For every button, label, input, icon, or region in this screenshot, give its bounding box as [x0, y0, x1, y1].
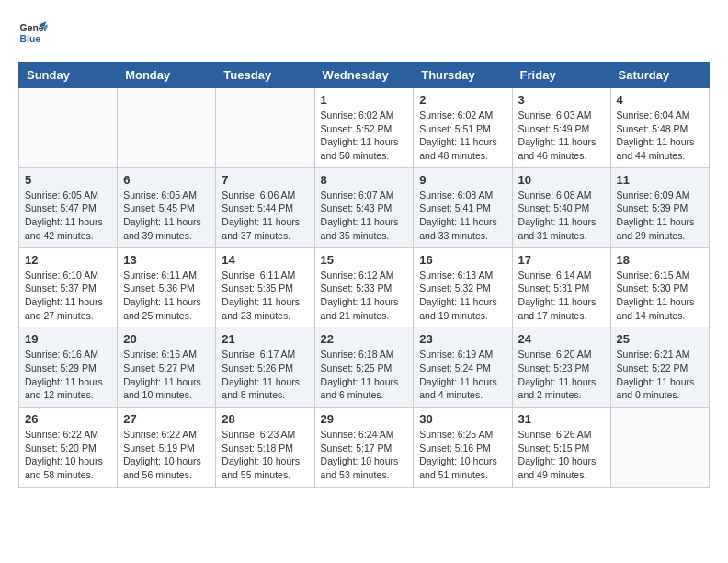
- day-number: 12: [25, 253, 111, 267]
- day-number: 16: [419, 253, 506, 267]
- day-number: 13: [123, 253, 210, 267]
- day-info: Sunrise: 6:11 AM Sunset: 5:36 PM Dayligh…: [123, 269, 210, 323]
- day-number: 24: [518, 332, 605, 346]
- day-number: 6: [123, 173, 210, 187]
- calendar-cell: 15Sunrise: 6:12 AM Sunset: 5:33 PM Dayli…: [314, 247, 414, 327]
- day-number: 27: [123, 412, 210, 426]
- calendar-week-4: 19Sunrise: 6:16 AM Sunset: 5:29 PM Dayli…: [19, 327, 710, 408]
- calendar-cell: 24Sunrise: 6:20 AM Sunset: 5:23 PM Dayli…: [512, 327, 610, 408]
- calendar-cell: 27Sunrise: 6:22 AM Sunset: 5:19 PM Dayli…: [118, 408, 216, 488]
- calendar-cell: 18Sunrise: 6:15 AM Sunset: 5:30 PM Dayli…: [610, 247, 709, 327]
- day-number: 17: [518, 253, 605, 267]
- day-info: Sunrise: 6:16 AM Sunset: 5:27 PM Dayligh…: [123, 348, 210, 402]
- day-number: 18: [617, 253, 703, 267]
- calendar-week-5: 26Sunrise: 6:22 AM Sunset: 5:20 PM Dayli…: [19, 408, 710, 488]
- day-number: 7: [222, 173, 308, 187]
- calendar-cell: 30Sunrise: 6:25 AM Sunset: 5:16 PM Dayli…: [414, 408, 512, 488]
- calendar-cell: 19Sunrise: 6:16 AM Sunset: 5:29 PM Dayli…: [19, 327, 118, 408]
- day-number: 15: [321, 253, 408, 267]
- day-number: 29: [321, 412, 408, 426]
- day-info: Sunrise: 6:06 AM Sunset: 5:44 PM Dayligh…: [222, 189, 308, 243]
- day-info: Sunrise: 6:25 AM Sunset: 5:16 PM Dayligh…: [419, 428, 506, 482]
- calendar-cell: 1Sunrise: 6:02 AM Sunset: 5:52 PM Daylig…: [314, 88, 414, 168]
- weekday-header-wednesday: Wednesday: [314, 63, 414, 88]
- day-number: 26: [25, 412, 111, 426]
- day-info: Sunrise: 6:05 AM Sunset: 5:47 PM Dayligh…: [25, 189, 111, 243]
- svg-text:Blue: Blue: [20, 34, 41, 44]
- calendar-cell: [19, 88, 118, 168]
- calendar-cell: 2Sunrise: 6:02 AM Sunset: 5:51 PM Daylig…: [414, 88, 512, 168]
- day-info: Sunrise: 6:20 AM Sunset: 5:23 PM Dayligh…: [518, 348, 605, 402]
- logo: General Blue: [18, 18, 48, 48]
- day-number: 30: [419, 412, 506, 426]
- calendar-cell: 22Sunrise: 6:18 AM Sunset: 5:25 PM Dayli…: [314, 327, 414, 408]
- calendar-cell: 10Sunrise: 6:08 AM Sunset: 5:40 PM Dayli…: [512, 167, 610, 247]
- calendar-cell: 31Sunrise: 6:26 AM Sunset: 5:15 PM Dayli…: [512, 408, 610, 488]
- day-number: 2: [419, 93, 506, 107]
- calendar-cell: 16Sunrise: 6:13 AM Sunset: 5:32 PM Dayli…: [414, 247, 512, 327]
- day-info: Sunrise: 6:02 AM Sunset: 5:51 PM Dayligh…: [419, 109, 506, 163]
- day-info: Sunrise: 6:22 AM Sunset: 5:20 PM Dayligh…: [25, 428, 111, 482]
- calendar-cell: 23Sunrise: 6:19 AM Sunset: 5:24 PM Dayli…: [414, 327, 512, 408]
- calendar-cell: 17Sunrise: 6:14 AM Sunset: 5:31 PM Dayli…: [512, 247, 610, 327]
- day-number: 31: [518, 412, 605, 426]
- day-number: 22: [321, 332, 408, 346]
- day-info: Sunrise: 6:19 AM Sunset: 5:24 PM Dayligh…: [419, 348, 506, 402]
- calendar-cell: 12Sunrise: 6:10 AM Sunset: 5:37 PM Dayli…: [19, 247, 118, 327]
- day-number: 28: [222, 412, 308, 426]
- day-info: Sunrise: 6:23 AM Sunset: 5:18 PM Dayligh…: [222, 428, 308, 482]
- calendar-cell: 25Sunrise: 6:21 AM Sunset: 5:22 PM Dayli…: [610, 327, 709, 408]
- day-info: Sunrise: 6:03 AM Sunset: 5:49 PM Dayligh…: [518, 109, 605, 163]
- day-info: Sunrise: 6:05 AM Sunset: 5:45 PM Dayligh…: [123, 189, 210, 243]
- calendar-cell: 8Sunrise: 6:07 AM Sunset: 5:43 PM Daylig…: [314, 167, 414, 247]
- weekday-header-thursday: Thursday: [414, 63, 512, 88]
- calendar-cell: 21Sunrise: 6:17 AM Sunset: 5:26 PM Dayli…: [216, 327, 314, 408]
- weekday-header-sunday: Sunday: [19, 63, 118, 88]
- day-number: 3: [518, 93, 605, 107]
- calendar-cell: 26Sunrise: 6:22 AM Sunset: 5:20 PM Dayli…: [19, 408, 118, 488]
- calendar-cell: 5Sunrise: 6:05 AM Sunset: 5:47 PM Daylig…: [19, 167, 118, 247]
- day-number: 21: [222, 332, 308, 346]
- day-info: Sunrise: 6:02 AM Sunset: 5:52 PM Dayligh…: [321, 109, 408, 163]
- day-info: Sunrise: 6:04 AM Sunset: 5:48 PM Dayligh…: [617, 109, 703, 163]
- day-info: Sunrise: 6:15 AM Sunset: 5:30 PM Dayligh…: [617, 269, 703, 323]
- day-info: Sunrise: 6:08 AM Sunset: 5:40 PM Dayligh…: [518, 189, 605, 243]
- day-number: 10: [518, 173, 605, 187]
- calendar-week-3: 12Sunrise: 6:10 AM Sunset: 5:37 PM Dayli…: [19, 247, 710, 327]
- day-info: Sunrise: 6:26 AM Sunset: 5:15 PM Dayligh…: [518, 428, 605, 482]
- calendar-cell: 28Sunrise: 6:23 AM Sunset: 5:18 PM Dayli…: [216, 408, 314, 488]
- weekday-header-monday: Monday: [118, 63, 216, 88]
- calendar-table: SundayMondayTuesdayWednesdayThursdayFrid…: [18, 62, 710, 488]
- weekday-header-row: SundayMondayTuesdayWednesdayThursdayFrid…: [19, 63, 710, 88]
- day-number: 1: [321, 93, 408, 107]
- weekday-header-friday: Friday: [512, 63, 610, 88]
- day-number: 25: [617, 332, 703, 346]
- logo-icon: General Blue: [18, 18, 48, 48]
- day-info: Sunrise: 6:21 AM Sunset: 5:22 PM Dayligh…: [617, 348, 703, 402]
- day-number: 4: [617, 93, 703, 107]
- day-number: 9: [419, 173, 506, 187]
- calendar-cell: 11Sunrise: 6:09 AM Sunset: 5:39 PM Dayli…: [610, 167, 709, 247]
- calendar-cell: 9Sunrise: 6:08 AM Sunset: 5:41 PM Daylig…: [414, 167, 512, 247]
- day-info: Sunrise: 6:11 AM Sunset: 5:35 PM Dayligh…: [222, 269, 308, 323]
- calendar-week-1: 1Sunrise: 6:02 AM Sunset: 5:52 PM Daylig…: [19, 88, 710, 168]
- calendar-cell: 29Sunrise: 6:24 AM Sunset: 5:17 PM Dayli…: [314, 408, 414, 488]
- calendar-cell: [216, 88, 314, 168]
- day-info: Sunrise: 6:18 AM Sunset: 5:25 PM Dayligh…: [321, 348, 408, 402]
- day-number: 20: [123, 332, 210, 346]
- day-info: Sunrise: 6:17 AM Sunset: 5:26 PM Dayligh…: [222, 348, 308, 402]
- day-number: 23: [419, 332, 506, 346]
- calendar-cell: 14Sunrise: 6:11 AM Sunset: 5:35 PM Dayli…: [216, 247, 314, 327]
- day-info: Sunrise: 6:24 AM Sunset: 5:17 PM Dayligh…: [321, 428, 408, 482]
- day-number: 14: [222, 253, 308, 267]
- day-info: Sunrise: 6:09 AM Sunset: 5:39 PM Dayligh…: [617, 189, 703, 243]
- day-info: Sunrise: 6:08 AM Sunset: 5:41 PM Dayligh…: [419, 189, 506, 243]
- calendar-week-2: 5Sunrise: 6:05 AM Sunset: 5:47 PM Daylig…: [19, 167, 710, 247]
- calendar-cell: 6Sunrise: 6:05 AM Sunset: 5:45 PM Daylig…: [118, 167, 216, 247]
- day-number: 19: [25, 332, 111, 346]
- calendar-cell: 3Sunrise: 6:03 AM Sunset: 5:49 PM Daylig…: [512, 88, 610, 168]
- day-info: Sunrise: 6:10 AM Sunset: 5:37 PM Dayligh…: [25, 269, 111, 323]
- day-info: Sunrise: 6:22 AM Sunset: 5:19 PM Dayligh…: [123, 428, 210, 482]
- weekday-header-saturday: Saturday: [610, 63, 709, 88]
- calendar-cell: 4Sunrise: 6:04 AM Sunset: 5:48 PM Daylig…: [610, 88, 709, 168]
